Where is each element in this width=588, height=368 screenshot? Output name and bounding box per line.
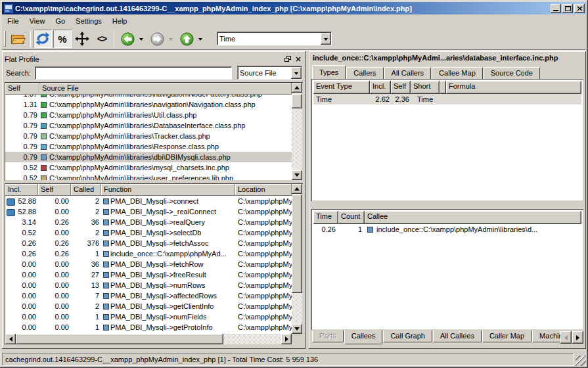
vscroll-thumb[interactable]	[292, 94, 302, 108]
column-header-event-type[interactable]: Event Type	[313, 81, 370, 94]
resize-grip[interactable]	[576, 356, 586, 366]
reload-button[interactable]	[34, 30, 52, 48]
column-header-callee[interactable]: Callee	[365, 211, 581, 224]
menu-view[interactable]: View	[24, 14, 51, 28]
scroll-down-button[interactable]	[292, 170, 302, 180]
minimize-button[interactable]	[551, 4, 561, 13]
maximize-button[interactable]	[562, 4, 573, 13]
title-bar[interactable]: C:\xampp\tmp\cachegrind.out.1416463299-C…	[2, 2, 586, 14]
up-dropdown-arrow[interactable]	[198, 38, 202, 43]
shorten-templates-button[interactable]: <>	[93, 30, 111, 48]
source-file-row[interactable]: 0.52 C:\xampp\phpMyAdmin\libraries\mysql…	[5, 162, 292, 173]
column-header-formula[interactable]: Formula	[446, 81, 581, 94]
function-icon	[103, 209, 109, 215]
column-header-called[interactable]: Called	[71, 184, 101, 196]
tab-callers[interactable]: Callers	[346, 67, 383, 79]
function-row[interactable]: 0.00 0.00 36 PMA_DBI_Mysqli->fetchRow C:…	[5, 259, 292, 269]
callee-row[interactable]: 0.26 1 include_once::C:\xampp\phpMyAdmin…	[313, 224, 581, 235]
column-header-time[interactable]: Time	[313, 211, 338, 224]
function-row[interactable]: 0.26 0.26 376 PMA_DBI_Mysqli->fetchAssoc…	[5, 238, 292, 248]
forward-dropdown-arrow[interactable]	[169, 38, 173, 43]
source-file-row[interactable]: 0.79 C:\xampp\phpMyAdmin\libraries\Respo…	[5, 141, 292, 152]
tab-callees[interactable]: Callees	[344, 331, 383, 344]
column-header-short[interactable]: Short	[411, 81, 440, 94]
tab-caller-map[interactable]: Caller Map	[482, 331, 531, 342]
scroll-right-button[interactable]	[281, 334, 292, 344]
tab-callee-map[interactable]: Callee Map	[432, 67, 483, 79]
tab-types[interactable]: Types	[312, 65, 346, 79]
function-row[interactable]: 0.00 0.00 1 PMA_DBI_Mysqli->numFields C:…	[5, 311, 292, 322]
function-row[interactable]: 0.00 0.00 13 PMA_DBI_Mysqli->numRows C:\…	[5, 280, 292, 290]
event-type-row-selected[interactable]: Time 2.62 2.36 Time	[313, 94, 581, 104]
source-file-row[interactable]: 1.37 C:\xampp\phpMyAdmin\libraries\navig…	[5, 95, 292, 99]
tab-all-callees[interactable]: All Callees	[433, 331, 482, 342]
menu-go[interactable]: Go	[50, 14, 70, 28]
hscroll-thumb[interactable]	[16, 334, 223, 344]
up-button[interactable]	[177, 30, 196, 48]
toolbar-grip[interactable]	[4, 31, 6, 47]
forward-button[interactable]	[148, 30, 166, 48]
function-row[interactable]: 52.88 0.00 2 PMA_DBI_Mysqli->_realConnec…	[5, 206, 292, 217]
search-input[interactable]	[35, 66, 233, 80]
back-dropdown-arrow[interactable]	[139, 38, 143, 43]
column-header-self[interactable]: Self	[391, 81, 411, 94]
column-header-spacer[interactable]	[440, 81, 446, 94]
source-file-row[interactable]: 0.52 C:\xampp\phpMyAdmin\libraries\user_…	[5, 173, 292, 180]
tab-all-callers[interactable]: All Callers	[384, 67, 432, 79]
function-table-vscrollbar[interactable]	[292, 184, 302, 334]
menu-settings[interactable]: Settings	[70, 14, 107, 28]
open-file-button[interactable]	[9, 30, 28, 48]
function-row[interactable]: 0.00 0.00 27 PMA_DBI_Mysqli->freeResult …	[5, 269, 292, 280]
function-row[interactable]: 3.14 0.26 36 PMA_DBI_Mysqli->realQuery C…	[5, 217, 292, 227]
tab-call-graph[interactable]: Call Graph	[383, 331, 432, 342]
vscroll-thumb[interactable]	[292, 195, 302, 293]
source-table-vscrollbar[interactable]	[292, 83, 302, 180]
event-type-combobox-arrow-button[interactable]	[321, 33, 331, 45]
tab-parts[interactable]: Parts	[312, 331, 344, 342]
column-header-incl[interactable]: Incl.	[370, 81, 391, 94]
back-icon	[121, 32, 135, 46]
scroll-up-button[interactable]	[292, 83, 302, 93]
scroll-left-button[interactable]	[5, 334, 16, 344]
function-row[interactable]: 0.52 0.00 2 PMA_DBI_Mysqli->selectDb C:\…	[5, 227, 292, 238]
close-button[interactable]	[574, 4, 585, 13]
back-button[interactable]	[118, 30, 137, 48]
function-row[interactable]: 0.00 0.00 1 PMA_DBI_Mysqli->getProtoInfo…	[5, 322, 292, 333]
cycle-detection-button[interactable]	[73, 30, 91, 48]
menu-file[interactable]: File	[2, 14, 24, 28]
function-row[interactable]: 52.88 0.00 2 PMA_DBI_Mysqli->connect C:\…	[5, 196, 292, 206]
incl-cost: 0.00	[22, 260, 36, 268]
grouping-combobox-arrow-button[interactable]	[291, 67, 302, 79]
source-file-row[interactable]: 1.31 C:\xampp\phpMyAdmin\libraries\navig…	[5, 99, 292, 110]
scroll-down-button[interactable]	[292, 324, 302, 334]
source-file-row[interactable]: 0.79 C:\xampp\phpMyAdmin\libraries\Util.…	[5, 110, 292, 120]
source-table-header: Self Source File	[5, 83, 292, 95]
column-header-function[interactable]: Function	[101, 184, 235, 196]
source-file-row[interactable]: 0.79 C:\xampp\phpMyAdmin\libraries\Datab…	[5, 120, 292, 131]
tab-scroll-right-button[interactable]	[572, 331, 583, 344]
dock-header[interactable]: Flat Profile	[5, 53, 303, 64]
grouping-combobox[interactable]: Source File	[237, 66, 303, 80]
source-file-row-selected[interactable]: 0.79 C:\xampp\phpMyAdmin\libraries\dbi\D…	[5, 152, 292, 162]
function-row[interactable]: 0.26 0.26 1 include_once::C:\xampp\phpMy…	[5, 248, 292, 259]
source-file-row[interactable]: 0.79 C:\xampp\phpMyAdmin\libraries\Track…	[5, 131, 292, 141]
function-table-hscrollbar[interactable]	[5, 334, 292, 344]
tab-machine-code[interactable]: Machine	[532, 331, 560, 342]
column-header-source-file[interactable]: Source File	[39, 83, 292, 95]
relative-percent-button[interactable]: %	[53, 30, 72, 48]
tab-source-code[interactable]: Source Code	[484, 67, 540, 79]
tab-scroll-left-button[interactable]	[560, 331, 572, 344]
function-row[interactable]: 0.00 0.00 2 PMA_DBI_Mysqli->getClientInf…	[5, 301, 292, 311]
close-dock-button[interactable]	[294, 55, 303, 63]
column-header-count[interactable]: Count	[338, 211, 365, 224]
float-dock-button[interactable]	[283, 55, 292, 63]
column-header-self[interactable]: Self	[5, 83, 39, 95]
column-header-incl[interactable]: Incl.	[5, 184, 38, 196]
column-header-location[interactable]: Location	[235, 184, 292, 196]
event-type-combobox[interactable]: Time	[217, 32, 332, 46]
menu-help[interactable]: Help	[107, 14, 133, 28]
column-header-self[interactable]: Self	[38, 184, 71, 196]
function-row[interactable]: 0.00 0.00 7 PMA_DBI_Mysqli->affectedRows…	[5, 290, 292, 301]
incl-cost: 0.00	[22, 271, 36, 279]
scroll-up-button[interactable]	[292, 184, 302, 194]
